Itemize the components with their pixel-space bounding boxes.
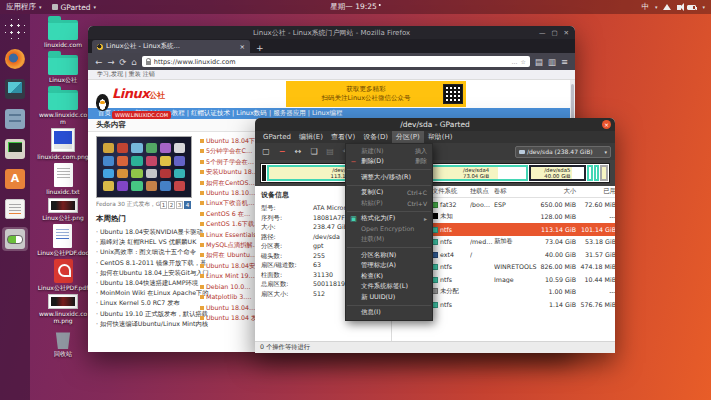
gparted-menu-item[interactable]: GParted — [259, 131, 295, 143]
device-selector[interactable]: /dev/sda (238.47 GiB) ▾ — [515, 146, 611, 158]
more-options-icon[interactable]: … — [511, 58, 517, 65]
partition-menu-item[interactable]: 复制(C)Ctrl+C — [346, 188, 432, 199]
firefox-titlebar[interactable]: Linux公社 - Linux系统门户网站 - Mozilla Firefox … — [88, 26, 575, 39]
app-icon-thumb — [103, 156, 114, 166]
desktop-icon[interactable]: www.linuxidc.com — [36, 86, 90, 125]
featured-screenshot[interactable] — [96, 136, 192, 198]
gparted-titlebar[interactable]: /dev/sda - GParted × — [255, 118, 615, 131]
column-header[interactable]: 已用 — [580, 187, 615, 196]
partition-segment-small[interactable] — [600, 165, 608, 181]
partition-menu-item[interactable]: 管理标志(A) — [346, 261, 432, 272]
desktop-icon[interactable]: linuxidc.txt — [46, 163, 79, 195]
new-partition-button[interactable]: ▢ — [259, 145, 273, 158]
desktop-icon[interactable]: linuxidc.com — [44, 16, 82, 48]
back-button[interactable]: ← — [95, 57, 102, 67]
pagination-item[interactable]: 4 — [184, 201, 191, 209]
desktop-icon[interactable]: www.linuxidc.com.png — [36, 294, 90, 324]
desktop-icon[interactable]: 回收站 — [54, 327, 72, 357]
gparted-menu-item[interactable]: 帮助(H) — [424, 131, 457, 143]
partition-menu-item[interactable]: Open Encryption — [346, 224, 432, 235]
wechat-promo-banner[interactable]: 获取更多精彩 扫码关注Linux公社微信公众号 — [286, 81, 466, 107]
partition-menu-item[interactable]: −删除(D)删除 — [346, 157, 432, 168]
app-icon-thumb — [174, 143, 185, 153]
pagination-item[interactable]: 2 — [168, 201, 175, 209]
partition-menu-item[interactable]: 新建(N)插入 — [346, 146, 432, 157]
delete-partition-button[interactable]: − — [275, 145, 289, 158]
partition-segment-small[interactable] — [587, 165, 593, 181]
system-tray[interactable]: 中 ▾ ▾ — [641, 2, 705, 12]
column-header[interactable]: 大小 — [540, 187, 580, 196]
gparted-menu-item[interactable]: 查看(V) — [327, 131, 359, 143]
dock-item-software[interactable] — [2, 167, 28, 191]
partition-menu-item[interactable]: 分区名称(N) — [346, 250, 432, 261]
dock-item-files[interactable] — [2, 107, 28, 131]
gparted-menu-item[interactable]: 分区(P) — [392, 131, 424, 143]
desktop-icon-label: Linux公社PDF.doc — [37, 249, 89, 256]
firefox-window-title: Linux公社 - Linux系统门户网站 - Mozilla Firefox — [253, 28, 410, 38]
menu-separator — [347, 169, 431, 170]
gparted-menu-item[interactable]: 编辑(E) — [295, 131, 327, 143]
resize-move-button[interactable]: ↔ — [291, 145, 305, 158]
gparted-menu-item[interactable]: 设备(D) — [359, 131, 392, 143]
partition-menu-item[interactable]: ▣格式化为(F)▸ — [346, 214, 432, 225]
partition-menu-item[interactable]: 检查(K) — [346, 271, 432, 282]
partition-segment-tiny[interactable] — [262, 165, 266, 181]
desktop-icon[interactable]: Linux公社PDF.pdf — [38, 259, 89, 291]
pagination-item[interactable]: 3 — [176, 201, 183, 209]
forward-button[interactable]: → — [107, 57, 114, 67]
dock-item-terminal[interactable] — [2, 137, 28, 161]
column-header[interactable]: 挂载点 — [470, 187, 494, 196]
minimize-button[interactable]: — — [539, 29, 546, 37]
menu-button[interactable]: ≡ — [561, 57, 568, 67]
partition-menu-item[interactable]: 文件系统标签(L) — [346, 282, 432, 293]
close-button[interactable]: × — [602, 120, 611, 129]
desktop-icon[interactable]: linuxidc.com.png — [37, 128, 88, 160]
partition-menu-item[interactable]: 调整大小/移动(R) — [346, 172, 432, 183]
copy-button[interactable]: ❏ — [307, 145, 321, 158]
home-button[interactable]: ⌂ — [131, 57, 136, 67]
clock-menu[interactable]: 星期一 19:25 — [330, 2, 381, 12]
partition-menu-item[interactable]: 挂载(M) — [346, 235, 432, 246]
applications-menu[interactable]: 应用程序 ▾ — [6, 2, 42, 12]
partition-menu-item[interactable]: 新 UUID(U) — [346, 292, 432, 303]
sidebar-button[interactable]: ▥ — [548, 57, 556, 67]
dock-item-gparted[interactable] — [2, 227, 28, 251]
paste-button[interactable]: ▤ — [323, 145, 337, 158]
image-banner-icon — [48, 198, 78, 213]
gparted-icon — [5, 229, 25, 249]
browser-tab[interactable]: Linux公社 - Linux系统… × — [92, 40, 250, 53]
bookmarks-bar[interactable]: 学习,发现 | 重装 注销 — [88, 70, 575, 80]
partition-segment-small[interactable] — [594, 165, 599, 181]
desktop-icon[interactable]: Linux公社PDF.doc — [37, 224, 89, 256]
dock-item-firefox[interactable] — [2, 47, 28, 71]
close-button[interactable]: ✕ — [564, 29, 569, 37]
dock-item-show-apps[interactable] — [2, 17, 28, 41]
column-header[interactable]: 文件系统 — [432, 187, 470, 196]
partition-menu-item[interactable]: 粘贴(P)Ctrl+V — [346, 198, 432, 209]
site-logo[interactable]: Linux公社 WWW.LINUXIDC.COM — [96, 83, 171, 121]
app-icon-thumb — [174, 181, 185, 191]
new-tab-button[interactable]: + — [250, 43, 270, 53]
pagination-item[interactable]: 1 — [160, 201, 167, 209]
library-button[interactable]: ▤ — [535, 57, 543, 67]
trash-icon — [55, 329, 72, 349]
app-icon-thumb — [174, 169, 185, 179]
gparted-toolbar: ▢−↔❏▤↶✓ /dev/sda (238.47 GiB) ▾ — [255, 143, 615, 160]
bookmark-star-icon[interactable]: ☆ — [520, 58, 525, 65]
desktop-icon[interactable]: Linux公社.png — [42, 198, 84, 221]
current-app-menu[interactable]: GParted ▾ — [52, 3, 97, 12]
partition-segment[interactable]: /dev/sda473.04 GiB — [425, 165, 528, 181]
tab-close-icon[interactable]: × — [240, 43, 245, 51]
column-header[interactable]: 卷标 — [494, 187, 540, 196]
partition-menu-item[interactable]: 信息(I) — [346, 308, 432, 319]
partition-segment[interactable]: /dev/sda540.00 GiB — [529, 165, 586, 181]
gparted-window: /dev/sda - GParted × GParted编辑(E)查看(V)设备… — [255, 118, 615, 353]
maximize-button[interactable]: ▢ — [551, 29, 557, 37]
dock-item-photos[interactable] — [2, 77, 28, 101]
reload-button[interactable]: ⟳ — [119, 57, 126, 67]
desktop-icon[interactable]: Linux公社 — [48, 51, 78, 83]
url-bar[interactable]: https://www.linuxidc.com … ☆ — [142, 56, 530, 67]
app-icon-thumb — [103, 143, 114, 153]
menu-shortcut: 插入 — [411, 147, 427, 156]
dock-item-text-editor[interactable] — [2, 197, 28, 221]
